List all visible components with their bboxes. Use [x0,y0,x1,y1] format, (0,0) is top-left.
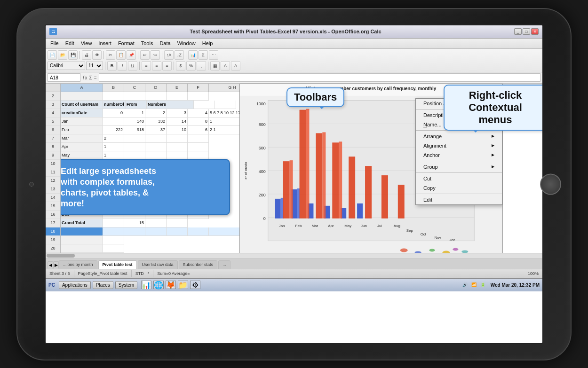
cell-a5[interactable]: Jan [61,117,103,126]
cell-e9[interactable] [167,151,188,160]
taskbar-icon-3[interactable]: 🦊 [166,281,176,289]
cell-d2[interactable] [145,92,167,101]
sheet-tab-pivot[interactable]: Pivot table test [98,260,137,269]
cell-d17[interactable] [145,219,167,227]
menu-tools[interactable]: Tools [138,39,156,47]
ctx-cut[interactable]: Cut [416,174,502,183]
tab-nav-prev[interactable]: ◀ [48,261,53,269]
scrollbar-thumb[interactable] [47,254,75,258]
taskbar-places[interactable]: Places [93,281,113,289]
cell-b9[interactable]: 1 [103,151,124,160]
cell-a6[interactable]: Feb [61,126,103,134]
currency-icon[interactable]: $ [176,61,185,70]
menu-data[interactable]: Data [157,39,173,47]
cell-d4[interactable]: 2 [145,109,167,117]
cell-a20[interactable] [61,244,103,253]
cell-e17[interactable] [167,219,188,227]
cell-a17[interactable]: Grand Total [61,219,103,227]
cell-b17[interactable] [103,219,124,227]
align-right-icon[interactable]: ≡ [162,61,172,70]
cell-c3[interactable]: From [126,101,147,109]
new-icon[interactable]: 📄 [48,50,57,60]
menu-insert[interactable]: Insert [95,39,114,47]
ctx-alignment[interactable]: Alignment ▶ [416,141,502,150]
cell-a7[interactable]: Mar [61,134,103,143]
cell-f8[interactable] [188,143,209,151]
open-icon[interactable]: 📂 [58,50,67,60]
cell-f9[interactable] [188,151,209,160]
comma-icon[interactable]: , [197,61,206,70]
sheet-tab-subscriber[interactable]: Subscriber stats [179,260,218,269]
cell-e8[interactable] [167,143,188,151]
cut-icon[interactable]: ✂ [106,50,115,60]
cell-f7[interactable] [188,134,209,143]
cell-b7[interactable]: 2 [103,134,124,143]
taskbar-icon-2[interactable]: 🌐 [153,281,164,289]
cell-a9[interactable]: May [61,151,103,160]
sort-asc-icon[interactable]: ↑A [164,50,174,60]
col-header-f[interactable]: F [188,84,209,92]
sheet-tab-more[interactable]: ... [218,260,230,269]
sigma-icon[interactable]: Σ [89,75,92,80]
cell-f5[interactable]: 8 [188,117,209,126]
save-icon[interactable]: 💾 [68,50,78,60]
cell-c17[interactable]: 15 [124,219,145,227]
font-name-select[interactable]: Calibri [48,62,85,70]
taskbar-icon-4[interactable]: 📁 [178,281,188,289]
h-scrollbar[interactable] [46,253,542,258]
col-header-d[interactable]: D [145,84,167,92]
menu-view[interactable]: View [78,39,95,47]
close-button[interactable]: ✕ [531,28,539,35]
cell-c6[interactable]: 918 [124,126,145,134]
col-header-b[interactable]: B [103,84,124,92]
bold-icon[interactable]: B [107,61,117,70]
percent-icon[interactable]: % [186,61,196,70]
minimize-button[interactable]: _ [514,28,522,35]
cell-c18[interactable] [124,227,145,236]
cell-d7[interactable] [145,134,167,143]
maximize-button[interactable]: □ [523,28,530,35]
cell-d5[interactable]: 332 [145,117,167,126]
align-left-icon[interactable]: ≡ [142,61,151,70]
borders-icon[interactable]: ▦ [210,61,220,70]
formula-fx-icon[interactable]: ƒx [82,75,87,80]
cell-d18[interactable] [145,227,167,236]
cell-b19[interactable] [103,236,124,244]
cell-a3[interactable]: Count of userNam [61,101,103,109]
cell-b5[interactable] [103,117,124,126]
cell-e5[interactable]: 14 [167,117,188,126]
ctx-edit[interactable]: Edit [416,195,502,204]
copy-icon[interactable]: 📋 [116,50,126,60]
cell-d6[interactable]: 37 [145,126,167,134]
menu-window[interactable]: Window [175,39,199,47]
cell-c5[interactable]: 140 [124,117,145,126]
cell-f6[interactable]: 6 [188,126,209,134]
col-header-a[interactable]: A [61,84,103,92]
cell-c9[interactable] [124,151,145,160]
print-icon[interactable]: 🖨 [82,50,91,60]
cell-reference-input[interactable] [48,73,80,82]
underline-icon[interactable]: U [128,61,137,70]
col-header-e[interactable]: E [167,84,188,92]
menu-edit[interactable]: Edit [63,39,77,47]
font-color-icon[interactable]: A [231,61,240,70]
cell-e3[interactable] [194,101,215,109]
sheet-tab-ions[interactable]: ...ions by month [59,260,97,269]
cell-f4[interactable]: 4 [188,109,209,117]
tab-nav-next[interactable]: ▶ [53,261,59,269]
cell-a18-selected[interactable] [61,227,103,236]
menu-help[interactable]: Help [199,39,216,47]
calc-icon[interactable]: Σ [199,50,208,60]
ctx-anchor[interactable]: Anchor ▶ [416,150,502,160]
cell-e4[interactable]: 3 [167,109,188,117]
cell-b18[interactable] [103,227,124,236]
cell-b20[interactable] [103,244,124,253]
ctx-copy[interactable]: Copy [416,183,502,193]
sort-desc-icon[interactable]: ↓Z [175,50,184,60]
cell-a8[interactable]: Apr [61,143,103,151]
cell-d3[interactable]: Numbers [147,101,194,109]
more-icon[interactable]: ⋯ [209,50,218,60]
cell-a4[interactable]: creationDate [61,109,103,117]
taskbar-applications[interactable]: Applications [59,281,91,289]
cell-f3[interactable] [215,101,236,109]
